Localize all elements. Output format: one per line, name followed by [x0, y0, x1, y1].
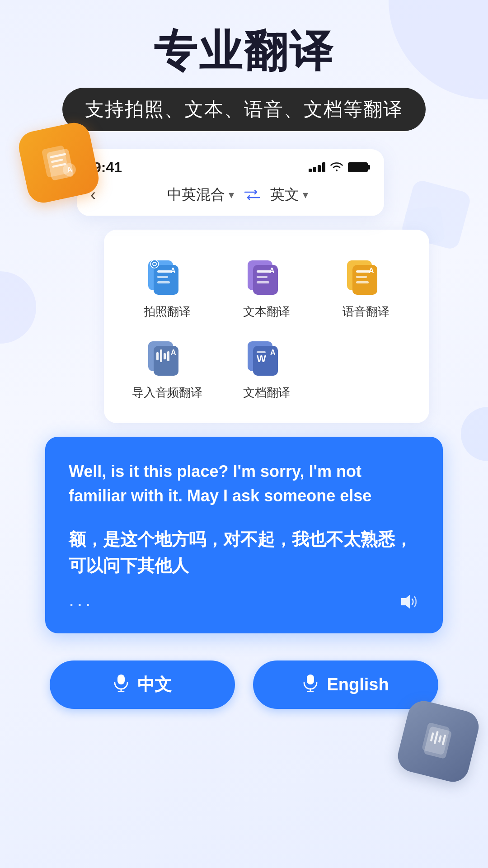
svg-text:A: A — [170, 267, 176, 274]
mic-chinese-icon — [113, 674, 129, 696]
svg-rect-20 — [257, 281, 269, 283]
target-lang-label: 英文 — [270, 185, 299, 205]
signal-bars-icon — [309, 162, 325, 172]
bg-deco-mid-right — [461, 407, 488, 461]
svg-rect-31 — [160, 349, 162, 362]
source-lang-chevron-icon: ▾ — [229, 189, 234, 201]
svg-rect-25 — [356, 276, 367, 278]
photo-translate-icon: A — [145, 252, 190, 297]
phone-nav: ‹ 中英混合 ▾ 英文 ▾ — [77, 180, 384, 216]
english-button-label: English — [327, 675, 389, 694]
doc-translate-icon: W A — [244, 333, 289, 378]
svg-rect-47 — [117, 675, 125, 684]
mic-english-icon — [302, 674, 319, 696]
svg-rect-50 — [307, 675, 314, 684]
feature-item-voice[interactable]: A 语音翻译 — [321, 252, 411, 320]
feature-item-audio[interactable]: A 导入音频翻译 — [122, 333, 212, 401]
chinese-voice-button[interactable]: 中文 — [50, 660, 235, 709]
audio-translate-label: 导入音频翻译 — [132, 385, 202, 401]
voice-translate-label: 语音翻译 — [343, 304, 389, 320]
doc-translate-label: 文档翻译 — [243, 385, 290, 401]
speaker-icon[interactable] — [399, 593, 419, 615]
feature-item-doc[interactable]: W A 文档翻译 — [221, 333, 312, 401]
feature-grid: A 拍照翻译 A 文本翻译 — [122, 252, 411, 401]
app-icon-gray — [394, 698, 482, 785]
target-lang-button[interactable]: 英文 ▾ — [270, 185, 308, 205]
svg-rect-33 — [167, 351, 169, 361]
source-lang-label: 中英混合 — [167, 185, 225, 205]
swap-button[interactable] — [243, 189, 261, 201]
svg-marker-40 — [401, 594, 410, 609]
source-lang-button[interactable]: 中英混合 ▾ — [167, 185, 234, 205]
svg-text:A: A — [269, 267, 275, 274]
translation-chinese-text: 额，是这个地方吗，对不起，我也不太熟悉，可以问下其他人 — [69, 526, 419, 580]
svg-rect-11 — [157, 281, 170, 283]
battery-icon — [348, 162, 368, 172]
svg-rect-30 — [156, 352, 159, 360]
status-icons — [309, 160, 368, 175]
svg-text:A: A — [270, 349, 276, 356]
audio-translate-icon: A — [145, 333, 190, 378]
bottom-buttons: 中文 English — [23, 660, 465, 709]
phone-card: 9:41 ‹ 中英混合 ▾ — [77, 149, 384, 216]
more-options-icon[interactable]: ··· — [69, 593, 94, 615]
feature-item-photo[interactable]: A 拍照翻译 — [122, 252, 212, 320]
translation-footer: ··· — [69, 593, 419, 615]
svg-rect-32 — [164, 353, 166, 359]
app-icon-orange: A — [16, 120, 102, 206]
text-translate-label: 文本翻译 — [243, 304, 290, 320]
svg-rect-39 — [257, 351, 266, 353]
svg-rect-19 — [257, 276, 267, 278]
text-translate-icon: A — [244, 252, 289, 297]
voice-translate-icon: A — [343, 252, 389, 297]
wifi-icon — [330, 160, 343, 175]
target-lang-chevron-icon: ▾ — [303, 189, 308, 201]
svg-rect-9 — [157, 270, 172, 273]
app-icon-orange-svg: A — [35, 139, 83, 187]
status-bar: 9:41 — [77, 149, 384, 180]
subtitle-pill: 支持拍照、文本、语音、文档等翻译 — [62, 88, 426, 131]
photo-translate-label: 拍照翻译 — [144, 304, 191, 320]
svg-text:W: W — [257, 353, 266, 364]
translation-english-text: Well, is it this place? I'm sorry, I'm n… — [69, 459, 419, 508]
svg-rect-26 — [356, 281, 369, 283]
svg-text:A: A — [369, 267, 374, 274]
main-container: 专业翻译 支持拍照、文本、语音、文档等翻译 A 9:41 — [0, 0, 488, 868]
svg-text:A: A — [171, 349, 176, 356]
lang-selector: 中英混合 ▾ 英文 ▾ — [105, 185, 371, 205]
feature-item-text[interactable]: A 文本翻译 — [221, 252, 312, 320]
bg-deco-mid-left — [0, 271, 36, 344]
english-voice-button[interactable]: English — [253, 660, 438, 709]
chinese-button-label: 中文 — [137, 673, 172, 696]
svg-rect-10 — [157, 276, 168, 278]
app-icon-gray-svg — [413, 717, 463, 766]
svg-point-14 — [153, 263, 156, 265]
translation-card: Well, is it this place? I'm sorry, I'm n… — [45, 437, 443, 634]
feature-grid-card: A 拍照翻译 A 文本翻译 — [104, 230, 429, 423]
